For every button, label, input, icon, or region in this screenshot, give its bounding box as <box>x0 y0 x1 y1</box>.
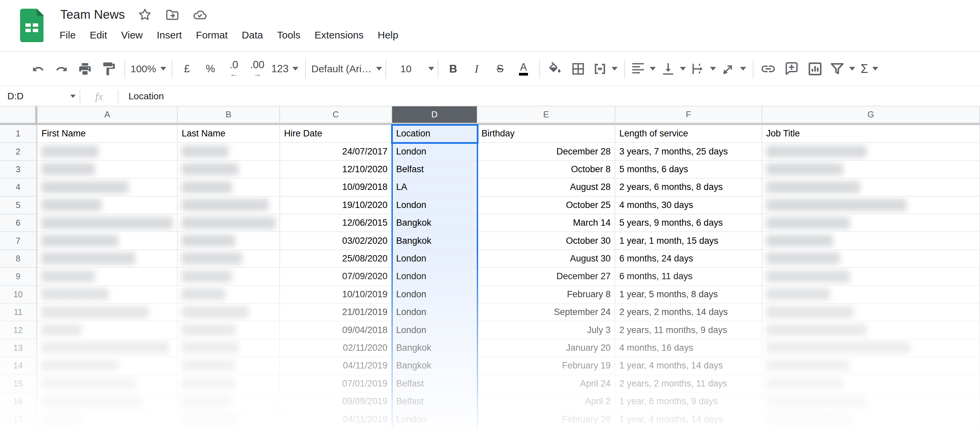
cell-G2[interactable] <box>762 143 980 160</box>
row-header-3[interactable]: 3 <box>0 161 38 179</box>
font-size-select[interactable]: 10 <box>391 57 434 81</box>
cell-D1[interactable]: Location <box>392 125 477 143</box>
cell-F17[interactable]: 1 year, 4 months, 14 days <box>615 411 762 428</box>
cell-D8[interactable]: London <box>392 250 477 268</box>
cell-B12[interactable] <box>178 321 280 339</box>
font-select[interactable]: Default (Ari… <box>311 57 382 81</box>
cell-D13[interactable]: Bangkok <box>392 339 477 357</box>
cell-G10[interactable] <box>762 286 980 304</box>
cell-D6[interactable]: Bangkok <box>392 214 477 232</box>
menu-item-insert[interactable]: Insert <box>157 29 182 41</box>
cell-A4[interactable] <box>38 179 178 196</box>
cell-A13[interactable] <box>38 339 178 357</box>
cell-C6[interactable]: 12/06/2015 <box>280 214 392 232</box>
cell-E2[interactable]: December 28 <box>477 143 615 160</box>
cell-B14[interactable] <box>178 357 280 375</box>
cell-B9[interactable] <box>178 268 280 285</box>
sheets-logo-icon[interactable] <box>19 9 43 43</box>
cell-E7[interactable]: October 30 <box>477 232 615 250</box>
cell-G15[interactable] <box>762 375 980 393</box>
cell-F6[interactable]: 5 years, 9 months, 6 days <box>615 214 762 232</box>
cell-B4[interactable] <box>178 179 280 196</box>
column-header-A[interactable]: A <box>38 106 178 125</box>
cell-A5[interactable] <box>38 197 178 214</box>
cell-F7[interactable]: 1 year, 1 month, 15 days <box>615 232 762 250</box>
cell-F9[interactable]: 6 months, 11 days <box>615 268 762 285</box>
number-format-button[interactable]: 123 <box>271 57 299 81</box>
cell-F8[interactable]: 6 months, 24 days <box>615 250 762 268</box>
cell-B1[interactable]: Last Name <box>178 125 280 143</box>
cell-G7[interactable] <box>762 232 980 250</box>
cell-C11[interactable]: 21/01/2019 <box>280 304 392 321</box>
cell-G17[interactable] <box>762 411 980 428</box>
cell-G16[interactable] <box>762 393 980 411</box>
cell-C13[interactable]: 02/11/2020 <box>280 339 392 357</box>
cell-F15[interactable]: 2 years, 2 months, 11 days <box>615 375 762 393</box>
cell-E3[interactable]: October 8 <box>477 161 615 179</box>
cell-C16[interactable]: 09/09/2019 <box>280 393 392 411</box>
redo-button[interactable] <box>52 57 71 81</box>
cell-D7[interactable]: Bangkok <box>392 232 477 250</box>
cell-E9[interactable]: December 27 <box>477 268 615 285</box>
cell-C15[interactable]: 07/01/2019 <box>280 375 392 393</box>
cell-A14[interactable] <box>38 357 178 375</box>
create-filter-button[interactable] <box>829 57 855 81</box>
cell-B2[interactable] <box>178 143 280 160</box>
cell-C3[interactable]: 12/10/2020 <box>280 161 392 179</box>
column-header-D[interactable]: D <box>392 106 477 125</box>
cell-D14[interactable]: Bangkok <box>392 357 477 375</box>
text-color-button[interactable]: A <box>514 57 533 81</box>
cell-B11[interactable] <box>178 304 280 321</box>
cell-E13[interactable]: January 20 <box>477 339 615 357</box>
cell-C1[interactable]: Hire Date <box>280 125 392 143</box>
cloud-saved-icon[interactable] <box>192 7 207 22</box>
row-header-8[interactable]: 8 <box>0 250 38 268</box>
menu-item-tools[interactable]: Tools <box>277 29 301 41</box>
cell-F5[interactable]: 4 months, 30 days <box>615 197 762 214</box>
cell-A15[interactable] <box>38 375 178 393</box>
cell-B6[interactable] <box>178 214 280 232</box>
cell-D11[interactable]: London <box>392 304 477 321</box>
row-header-4[interactable]: 4 <box>0 179 38 196</box>
column-header-F[interactable]: F <box>615 106 762 125</box>
move-to-folder-icon[interactable] <box>165 7 180 22</box>
cell-C4[interactable]: 10/09/2018 <box>280 179 392 196</box>
cell-G11[interactable] <box>762 304 980 321</box>
row-header-16[interactable]: 16 <box>0 393 38 411</box>
cell-G6[interactable] <box>762 214 980 232</box>
cell-F11[interactable]: 2 years, 2 months, 14 days <box>615 304 762 321</box>
row-header-10[interactable]: 10 <box>0 286 38 304</box>
cell-D5[interactable]: London <box>392 197 477 214</box>
column-header-C[interactable]: C <box>280 106 392 125</box>
cell-D15[interactable]: Belfast <box>392 375 477 393</box>
cell-G14[interactable] <box>762 357 980 375</box>
vertical-align-button[interactable] <box>660 57 686 81</box>
strikethrough-button[interactable]: S <box>490 57 509 81</box>
row-header-13[interactable]: 13 <box>0 339 38 357</box>
cell-A10[interactable] <box>38 286 178 304</box>
cell-F12[interactable]: 2 years, 11 months, 9 days <box>615 321 762 339</box>
menu-item-help[interactable]: Help <box>378 29 398 41</box>
cell-A8[interactable] <box>38 250 178 268</box>
cell-G3[interactable] <box>762 161 980 179</box>
cell-C5[interactable]: 19/10/2020 <box>280 197 392 214</box>
print-button[interactable] <box>76 57 94 81</box>
cell-D12[interactable]: London <box>392 321 477 339</box>
zoom-select[interactable]: 100% <box>130 57 166 81</box>
paint-format-button[interactable] <box>99 57 118 81</box>
cell-A2[interactable] <box>38 143 178 160</box>
cell-E6[interactable]: March 14 <box>477 214 615 232</box>
cell-A1[interactable]: First Name <box>38 125 178 143</box>
cell-C12[interactable]: 09/04/2018 <box>280 321 392 339</box>
cell-F1[interactable]: Length of service <box>615 125 762 143</box>
cell-G9[interactable] <box>762 268 980 285</box>
formula-input[interactable]: Location <box>129 91 164 101</box>
cell-A16[interactable] <box>38 393 178 411</box>
row-header-11[interactable]: 11 <box>0 304 38 321</box>
cell-F13[interactable]: 4 months, 16 days <box>615 339 762 357</box>
cell-B10[interactable] <box>178 286 280 304</box>
cell-B7[interactable] <box>178 232 280 250</box>
cell-A11[interactable] <box>38 304 178 321</box>
insert-link-button[interactable] <box>759 57 778 81</box>
name-box[interactable]: D:D <box>0 91 78 101</box>
